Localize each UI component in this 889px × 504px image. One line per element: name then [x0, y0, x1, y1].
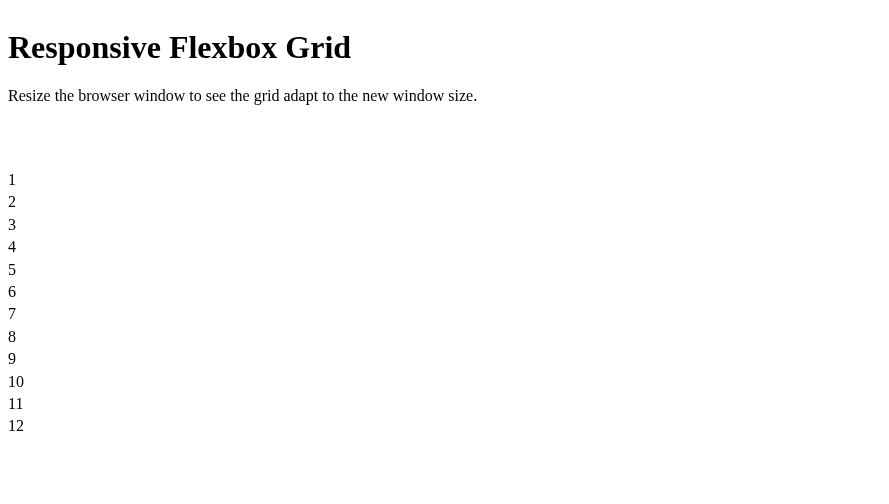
list-item: 10 — [8, 371, 881, 393]
list-item: 4 — [8, 236, 881, 258]
list-item: 1 — [8, 169, 881, 191]
list-item: 11 — [8, 393, 881, 415]
list-item: 7 — [8, 303, 881, 325]
list-item: 6 — [8, 281, 881, 303]
list-item: 5 — [8, 259, 881, 281]
list-item: 8 — [8, 326, 881, 348]
page-description: Resize the browser window to see the gri… — [8, 87, 881, 105]
list-item: 12 — [8, 415, 881, 437]
list-item: 3 — [8, 214, 881, 236]
list-item: 9 — [8, 348, 881, 370]
items-list: 1 2 3 4 5 6 7 8 9 10 11 12 — [8, 169, 881, 438]
spacer — [8, 121, 881, 153]
list-item: 2 — [8, 191, 881, 213]
page-title: Responsive Flexbox Grid — [8, 29, 881, 66]
